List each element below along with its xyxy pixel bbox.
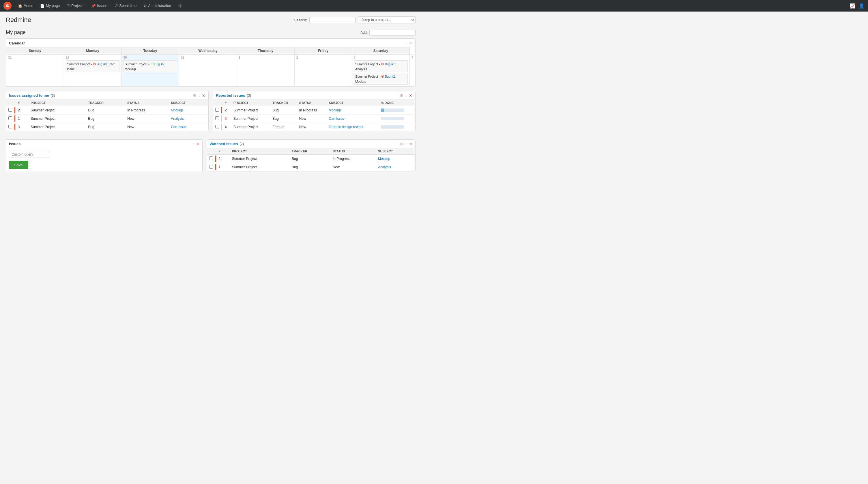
- cal-cell-3: 3 Summer Project - ⊗Bug #1: Analysis Sum…: [352, 55, 410, 87]
- issue-subject-link[interactable]: Graphic design rework: [329, 125, 363, 129]
- issues-block-title: Issues: [9, 142, 21, 146]
- row-checkbox[interactable]: [209, 165, 213, 169]
- nav-issues[interactable]: 📌 Issues: [88, 0, 110, 11]
- reported-close-icon[interactable]: ✕: [409, 93, 412, 98]
- th-subject: SUBJECT: [327, 99, 378, 106]
- table-row: 1 Summer Project Bug New Analysis: [6, 114, 208, 123]
- id-cell: 4: [222, 123, 231, 131]
- search-input[interactable]: [309, 17, 355, 23]
- issue-subject-link[interactable]: Cart Issue: [171, 125, 187, 129]
- issue-subject-link[interactable]: Mockup: [378, 157, 390, 161]
- calendar-close-icon[interactable]: ✕: [409, 41, 412, 45]
- check-cell: [213, 114, 221, 123]
- cal-cell-30: 30 Summer Project - ⊕Bug #2: Mockup: [122, 55, 179, 87]
- row-checkbox[interactable]: [8, 108, 12, 112]
- row-checkbox[interactable]: [215, 108, 219, 112]
- status-cell: In Progress: [297, 106, 327, 114]
- cal-issue-link[interactable]: Bug #1:: [385, 62, 396, 66]
- th-id: #: [216, 148, 230, 155]
- th-project: PROJECT: [28, 99, 86, 106]
- issue-subject-link[interactable]: Analysis: [378, 165, 391, 169]
- row-checkbox[interactable]: [209, 156, 213, 160]
- progress-cell: [379, 123, 415, 131]
- progress-bar-wrap: [381, 117, 404, 120]
- issue-subject-link[interactable]: Mockup: [171, 108, 183, 112]
- table-row: 1 Summer Project Bug New Analysis: [207, 163, 415, 171]
- reported-gear-icon[interactable]: ⚙: [400, 93, 403, 98]
- row-indicator-bar: [14, 107, 15, 114]
- calendar-move-icon[interactable]: ↕: [405, 41, 407, 45]
- logo-text: ☯: [6, 4, 9, 8]
- progress-bar-wrap: [381, 109, 404, 112]
- issue-subject-link[interactable]: Cart Issue: [329, 117, 345, 121]
- page-title: Redmine: [6, 16, 31, 24]
- assigned-issues-col: Issues assigned to me (3) ⚙ ↕ ✕ #: [6, 91, 209, 135]
- issues-block-close-icon[interactable]: ✕: [196, 142, 199, 146]
- watched-close-icon[interactable]: ✕: [409, 142, 412, 146]
- watched-title-wrap: Watched issues (2): [210, 142, 244, 146]
- project-jump-select[interactable]: Jump to a project...: [358, 17, 415, 23]
- id-cell: 1: [216, 163, 230, 171]
- watched-gear-icon[interactable]: ⚙: [400, 142, 403, 146]
- watched-move-icon[interactable]: ↕: [405, 142, 407, 146]
- row-checkbox[interactable]: [215, 116, 219, 120]
- chart-icon[interactable]: 📈: [849, 3, 855, 9]
- reported-move-icon[interactable]: ↕: [405, 93, 407, 98]
- id-cell: 3: [222, 114, 231, 123]
- issue-subject-link[interactable]: Analysis: [171, 117, 184, 121]
- add-input[interactable]: [369, 30, 415, 35]
- th-status: STATUS: [125, 99, 168, 106]
- cal-cell-29: 29 Summer Project - ⊗Bug #3: Cart Issue: [64, 55, 122, 87]
- subject-cell: Mockup: [376, 154, 415, 163]
- reported-issues-col: Reported issues (3) ⚙ ↕ ✕ #: [213, 91, 415, 135]
- cal-issue-link[interactable]: Bug #3:: [97, 62, 107, 66]
- th-check: [6, 99, 14, 106]
- cal-entry: Summer Project - ⊗Bug #3: Cart Issue: [66, 60, 120, 72]
- header-right: Search: Jump to a project...: [294, 17, 415, 23]
- save-button[interactable]: Save: [9, 161, 28, 169]
- row-indicator-bar: [14, 116, 15, 122]
- cal-header-mon: Monday: [64, 47, 122, 55]
- calendar-panel: Calendar ↕ ✕ Sunday Monday Tuesday Wedne…: [6, 38, 415, 87]
- project-cell: Summer Project: [230, 154, 289, 163]
- assigned-count: (3): [51, 93, 55, 97]
- assigned-close-icon[interactable]: ✕: [202, 93, 206, 98]
- row-checkbox[interactable]: [215, 125, 219, 128]
- cal-day-num: 30: [123, 56, 177, 59]
- watched-count: (2): [240, 142, 244, 146]
- calendar-title: Calendar: [9, 41, 25, 45]
- th-id: #: [222, 99, 231, 106]
- cal-issue-link[interactable]: Bug #2:: [385, 75, 396, 78]
- th-check: [207, 148, 215, 155]
- cal-header-tue: Tuesday: [122, 47, 179, 55]
- subject-cell: Mockup: [168, 106, 208, 114]
- nav-spent-time[interactable]: ⏱ Spent time: [112, 0, 140, 11]
- project-cell: Summer Project: [28, 123, 86, 131]
- issues-block-move-icon[interactable]: ↕: [192, 142, 194, 146]
- progress-cell: [379, 106, 415, 114]
- project-cell: Summer Project: [231, 106, 270, 114]
- add-label: Add:: [361, 31, 368, 35]
- nav-administration[interactable]: ⚙ Administration: [141, 0, 174, 11]
- assigned-header: Issues assigned to me (3) ⚙ ↕ ✕: [6, 91, 208, 99]
- row-checkbox[interactable]: [8, 116, 12, 120]
- table-row: 2 Summer Project Bug In Progress Mockup: [6, 106, 208, 114]
- check-cell: [6, 123, 14, 131]
- nav-add[interactable]: ➕: [175, 0, 186, 11]
- nav-home[interactable]: 🏠 Home: [15, 0, 36, 11]
- user-icon[interactable]: 👤: [859, 3, 865, 9]
- search-label: Search:: [294, 18, 307, 22]
- row-checkbox[interactable]: [8, 125, 12, 128]
- assigned-move-icon[interactable]: ↕: [198, 93, 200, 98]
- th-project: PROJECT: [230, 148, 289, 155]
- tracker-cell: Feature: [270, 123, 297, 131]
- nav-mypage[interactable]: 📄 My page: [37, 0, 63, 11]
- nav-projects[interactable]: ☰ Projects: [64, 0, 87, 11]
- custom-query-input[interactable]: [9, 151, 49, 158]
- status-cell: New: [297, 114, 327, 123]
- issue-subject-link[interactable]: Mockup: [329, 108, 341, 112]
- assigned-gear-icon[interactable]: ⚙: [193, 93, 196, 98]
- cal-issue-link[interactable]: Bug #2:: [154, 62, 165, 66]
- calendar-table: Sunday Monday Tuesday Wednesday Thursday…: [6, 47, 415, 87]
- id-cell: 1: [16, 114, 28, 123]
